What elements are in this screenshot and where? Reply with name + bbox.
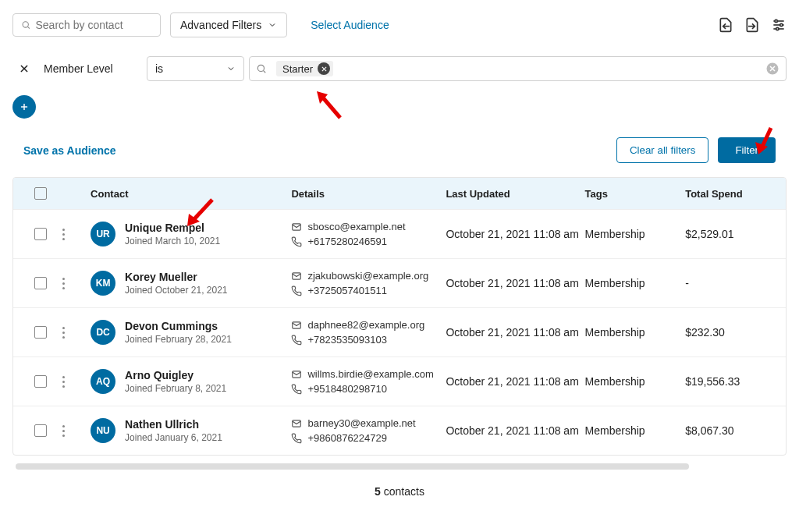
col-spend-header[interactable]: Total Spend (685, 188, 778, 200)
phone-icon (291, 236, 302, 247)
svg-line-13 (264, 71, 266, 73)
avatar: NU (91, 418, 115, 443)
row-actions-menu[interactable] (59, 324, 91, 342)
avatar: DC (91, 320, 115, 345)
row-actions-menu[interactable] (59, 373, 91, 391)
search-icon (256, 63, 267, 74)
top-toolbar: Advanced Filters Select Audience (12, 12, 787, 37)
contact-email: barney30@example.net (307, 417, 415, 429)
contact-spend: $2,529.01 (685, 228, 778, 240)
table-row: URUnique RempelJoined March 10, 2021sbos… (13, 209, 786, 258)
svg-line-1 (28, 27, 30, 28)
filter-condition-row: Member Level is Starter (12, 56, 787, 81)
col-contact-header[interactable]: Contact (91, 188, 291, 200)
phone-icon (291, 286, 302, 296)
contact-updated: October 21, 2021 11:08 am (446, 277, 584, 289)
advanced-filters-label: Advanced Filters (180, 19, 261, 31)
contact-spend: $232.30 (685, 326, 778, 339)
svg-point-9 (776, 27, 779, 30)
avatar: AQ (91, 369, 115, 394)
contact-name[interactable]: Korey Mueller (125, 271, 227, 283)
svg-point-8 (780, 23, 783, 26)
top-right-icons (718, 17, 787, 33)
remove-condition-button[interactable] (12, 57, 36, 80)
avatar: KM (91, 271, 115, 296)
contact-count: 5 contacts (12, 485, 787, 498)
table-row: DCDevon CummingsJoined February 28, 2021… (13, 307, 786, 356)
filter-button[interactable]: Filter (718, 137, 776, 163)
contact-spend: - (685, 277, 778, 289)
mail-icon (291, 320, 302, 331)
horizontal-scrollbar[interactable] (16, 463, 689, 470)
chip-label: Starter (282, 63, 313, 75)
col-tags-header[interactable]: Tags (585, 188, 686, 200)
svg-point-7 (775, 20, 777, 22)
contact-email: sbosco@example.net (307, 221, 405, 232)
contacts-table: Contact Details Last Updated Tags Total … (12, 177, 787, 456)
contact-phone: +3725057401511 (307, 285, 387, 296)
select-audience-link[interactable]: Select Audience (311, 19, 389, 31)
advanced-filters-button[interactable]: Advanced Filters (170, 12, 287, 37)
export-icon[interactable] (718, 17, 733, 33)
annotation-arrow (309, 87, 348, 128)
contact-joined: Joined February 28, 2021 (125, 334, 232, 345)
chevron-down-icon (226, 64, 236, 73)
chevron-down-icon (268, 20, 277, 30)
row-actions-menu[interactable] (59, 422, 91, 440)
contact-joined: Joined October 21, 2021 (125, 285, 227, 296)
filter-value-chip: Starter (276, 61, 333, 76)
contact-email: willms.birdie@example.com (307, 368, 433, 380)
svg-point-0 (23, 22, 28, 27)
contact-tags: Membership (585, 375, 686, 388)
plus-icon (19, 101, 30, 112)
phone-icon (291, 384, 302, 395)
search-contact-input[interactable] (35, 19, 152, 31)
contact-tags: Membership (585, 277, 686, 289)
contact-tags: Membership (585, 228, 686, 240)
search-icon (21, 20, 30, 30)
contact-name[interactable]: Arno Quigley (125, 369, 226, 381)
mail-icon (291, 369, 302, 380)
row-checkbox[interactable] (34, 326, 47, 339)
table-header: Contact Details Last Updated Tags Total … (13, 178, 786, 209)
col-updated-header[interactable]: Last Updated (446, 188, 584, 200)
select-all-checkbox[interactable] (34, 187, 47, 200)
chip-remove-button[interactable] (318, 62, 330, 75)
table-row: AQArno QuigleyJoined February 8, 2021wil… (13, 356, 786, 406)
row-checkbox[interactable] (34, 277, 47, 289)
contact-updated: October 21, 2021 11:08 am (446, 375, 584, 388)
filter-operator-select[interactable]: is (147, 56, 244, 81)
add-condition-button[interactable] (12, 95, 36, 119)
clear-input-icon[interactable] (765, 62, 779, 76)
contact-joined: Joined March 10, 2021 (125, 236, 220, 246)
contact-joined: Joined January 6, 2021 (125, 432, 222, 443)
contact-updated: October 21, 2021 11:08 am (446, 326, 584, 339)
contact-phone: +7823535093103 (307, 334, 387, 346)
contact-updated: October 21, 2021 11:08 am (446, 228, 584, 240)
contact-joined: Joined February 8, 2021 (125, 383, 226, 394)
contact-spend: $8,067.30 (685, 424, 778, 437)
contact-phone: +6175280246591 (307, 236, 387, 247)
row-checkbox[interactable] (34, 228, 47, 240)
sliders-icon[interactable] (771, 17, 787, 33)
mail-icon (291, 418, 302, 429)
search-contact-input-wrap[interactable] (12, 13, 161, 37)
save-as-audience-link[interactable]: Save as Audience (23, 144, 116, 157)
contact-email: zjakubowski@example.org (307, 270, 428, 282)
row-actions-menu[interactable] (59, 225, 91, 243)
contact-updated: October 21, 2021 11:08 am (446, 424, 584, 437)
import-icon[interactable] (744, 17, 760, 33)
filter-operator-value: is (155, 62, 163, 75)
svg-point-12 (257, 65, 264, 71)
contact-name[interactable]: Unique Rempel (125, 222, 220, 234)
close-icon (19, 63, 30, 74)
filter-value-input[interactable]: Starter (249, 56, 787, 81)
row-checkbox[interactable] (34, 424, 47, 437)
contact-name[interactable]: Nathen Ullrich (125, 418, 222, 431)
clear-all-filters-button[interactable]: Clear all filters (616, 137, 708, 163)
contact-name[interactable]: Devon Cummings (125, 320, 232, 332)
row-checkbox[interactable] (34, 375, 47, 388)
col-details-header[interactable]: Details (291, 188, 446, 200)
contact-phone: +9860876224729 (307, 432, 387, 444)
row-actions-menu[interactable] (59, 275, 91, 293)
